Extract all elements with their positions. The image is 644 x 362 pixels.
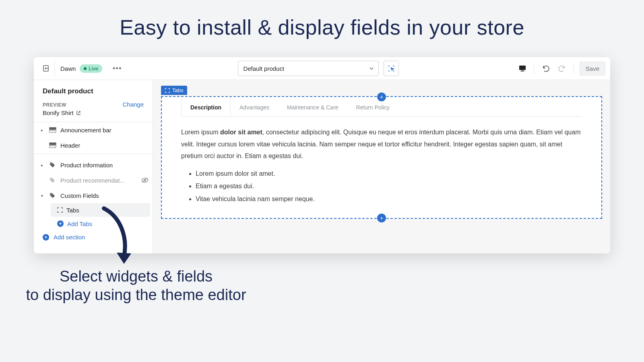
caret-right-icon: ▸ xyxy=(41,163,45,167)
preview-label: PREVIEW xyxy=(43,102,66,108)
sidebar-item-label: Announcement bar xyxy=(60,127,111,134)
svg-point-12 xyxy=(51,193,52,194)
selection-badge-label: Tabs xyxy=(172,87,183,93)
preview-canvas: Tabs + Description Advantages Maintenanc… xyxy=(153,80,610,253)
external-link-icon xyxy=(76,111,81,115)
svg-point-9 xyxy=(51,178,52,179)
body-text: Lorem ipsum xyxy=(181,129,220,136)
svg-rect-7 xyxy=(50,146,56,148)
tag-icon xyxy=(49,193,56,198)
page-select-value: Default product xyxy=(243,65,284,72)
callout-arrow-icon xyxy=(92,204,140,269)
preview-product-name: Bonify Shirt xyxy=(43,109,74,116)
list-item: Vitae vehicula lacinia nam semper neque. xyxy=(196,193,582,205)
live-dot-icon xyxy=(84,67,87,70)
svg-point-8 xyxy=(51,163,52,164)
sidebar-item-custom-fields[interactable]: ▾ Custom Fields xyxy=(34,188,153,203)
svg-rect-1 xyxy=(519,66,526,70)
exit-icon xyxy=(42,64,50,72)
add-block-after-button[interactable]: + xyxy=(377,214,386,222)
add-section-label: Add section xyxy=(54,234,85,241)
svg-rect-6 xyxy=(50,143,56,145)
add-tabs-label: Add Tabs xyxy=(67,220,92,227)
svg-rect-3 xyxy=(520,71,524,72)
body-bold: dolor sit amet xyxy=(220,129,262,136)
selection-badge: Tabs xyxy=(161,86,187,95)
svg-rect-4 xyxy=(50,128,56,130)
section-bar-icon xyxy=(49,127,56,133)
change-preview-link[interactable]: Change xyxy=(122,101,144,108)
sidebar-item-label: Header xyxy=(60,142,80,149)
sidebar-block-label: Tabs xyxy=(66,207,79,214)
sidebar-item-product-info[interactable]: ▸ Product information xyxy=(34,157,153,173)
tab-content: Lorem ipsum dolor sit amet, consectetur … xyxy=(181,126,582,205)
desktop-view-button[interactable] xyxy=(515,61,530,76)
undo-button[interactable] xyxy=(538,61,553,76)
fullscreen-icon xyxy=(165,88,170,93)
caret-right-icon: ▸ xyxy=(41,128,45,132)
live-label: Live xyxy=(89,66,98,72)
tabs-widget-frame[interactable]: + Description Advantages Maintenance & C… xyxy=(161,96,602,219)
caption-line2: to display using the theme editor xyxy=(26,286,246,303)
preview-product-link[interactable]: Bonify Shirt xyxy=(43,109,144,116)
hidden-icon xyxy=(141,177,149,183)
tag-icon xyxy=(49,162,56,168)
svg-rect-5 xyxy=(50,130,56,132)
sidebar-item-label: Product information xyxy=(60,162,113,169)
sidebar-item-product-rec[interactable]: Product recommendat... xyxy=(34,173,153,188)
desktop-icon xyxy=(518,65,526,72)
caret-down-icon: ▾ xyxy=(41,193,45,198)
fullscreen-icon xyxy=(57,207,63,213)
add-block-before-button[interactable]: + xyxy=(377,93,386,101)
hero-title: Easy to install & display fields in your… xyxy=(0,0,644,57)
caret-down-icon xyxy=(369,67,374,70)
redo-icon xyxy=(558,64,566,72)
plus-circle-icon: + xyxy=(57,220,64,227)
caption-line1: Select widgets & fields xyxy=(60,268,213,285)
undo-icon xyxy=(541,64,549,72)
save-button[interactable]: Save xyxy=(580,62,605,76)
tab-advantages[interactable]: Advantages xyxy=(231,97,278,116)
sidebar-item-label: Product recommendat... xyxy=(60,177,125,184)
list-item: Lorem ipsum dolor sit amet. xyxy=(196,168,582,180)
sidebar-item-header[interactable]: Header xyxy=(34,138,153,153)
tab-return-policy[interactable]: Return Policy xyxy=(347,97,398,116)
sidebar-item-announcement[interactable]: ▸ Announcement bar xyxy=(34,122,153,138)
tag-icon xyxy=(49,177,56,183)
redo-button[interactable] xyxy=(555,61,570,76)
tab-description[interactable]: Description xyxy=(181,97,231,117)
section-bar-icon xyxy=(49,142,56,148)
list-item: Etiam a egestas dui. xyxy=(196,180,582,192)
page-select-dropdown[interactable]: Default product xyxy=(238,61,379,76)
exit-editor-button[interactable] xyxy=(39,60,55,76)
inspector-toggle-button[interactable] xyxy=(384,61,399,76)
live-badge: Live xyxy=(80,64,102,73)
inspector-icon xyxy=(388,65,395,72)
plus-circle-icon: + xyxy=(43,234,49,241)
svg-rect-2 xyxy=(521,70,524,71)
theme-name: Dawn xyxy=(60,65,76,72)
more-menu-button[interactable]: ••• xyxy=(113,65,122,72)
topbar: Dawn Live ••• Default product xyxy=(34,57,610,80)
tab-maintenance[interactable]: Maintenance & Care xyxy=(278,97,347,116)
caption-text: Select widgets & fields to display using… xyxy=(19,267,253,304)
sidebar-item-label: Custom Fields xyxy=(60,192,99,199)
sidebar-title: Default product xyxy=(43,87,144,95)
